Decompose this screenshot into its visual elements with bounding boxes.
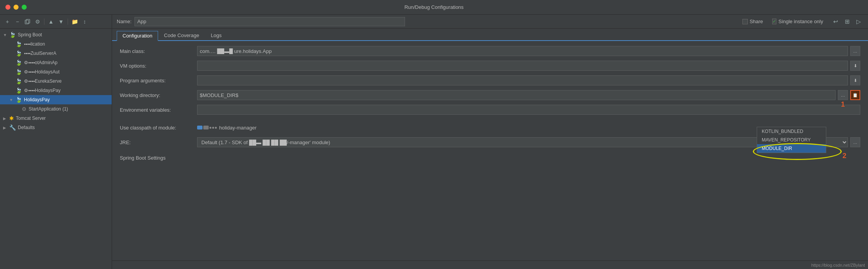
layout-icon[interactable]: ⊞	[842, 17, 852, 26]
sidebar-item-label: ⚙▪▪▪▪otAdminAp	[24, 60, 58, 65]
move-down-button[interactable]: ▼	[57, 17, 65, 26]
sidebar-item-app[interactable]: ▼ 🍃 HolidaysPay	[0, 95, 112, 104]
spring-config-icon: 🍃	[15, 78, 22, 84]
sidebar-item-label: ▪▪▪▪ZuulServerA	[24, 51, 56, 56]
name-input[interactable]	[134, 17, 405, 26]
classpath-module-name: holiday-manager	[219, 125, 257, 131]
classpath-label: Use classpath of module:	[120, 125, 197, 131]
share-checkbox[interactable]	[742, 19, 748, 24]
expand-icon: ▼	[9, 98, 15, 102]
program-args-label: Program arguments:	[120, 78, 197, 83]
program-args-input-wrapper: ⬇	[197, 75, 860, 85]
spring-settings-row: Spring Boot Settings	[120, 152, 860, 162]
working-dir-special-button[interactable]: 📋	[850, 90, 860, 100]
dropdown-item-kotlin[interactable]: KOTLIN_BUNDLED	[757, 127, 826, 136]
classpath-row: Use classpath of module: holiday-manager	[120, 122, 860, 133]
vm-options-expand-button[interactable]: ⬇	[850, 61, 860, 71]
window-title: Run/Debug Configurations	[404, 4, 463, 10]
add-config-button[interactable]: +	[3, 17, 12, 26]
working-dir-label: Working directory:	[120, 92, 197, 98]
maximize-button[interactable]	[22, 5, 27, 10]
single-instance-checkbox[interactable]: ✓	[772, 19, 776, 24]
config-icon: ⚙	[22, 106, 27, 112]
content-area: Name: Share ✓ Single instance only ↩ ⊞ ▷…	[112, 15, 868, 269]
defaults-icon: 🔧	[9, 124, 16, 131]
classpath-icon-2	[203, 126, 209, 129]
single-instance-label: Single instance only	[778, 19, 823, 24]
main-class-input[interactable]	[197, 46, 848, 56]
bottom-bar: https://blog.csdn.net/ZBylant	[112, 260, 868, 269]
working-dir-browse-button[interactable]: …	[838, 90, 848, 100]
main-class-row: Main class: …	[120, 46, 860, 56]
sidebar-item-holidays-pay[interactable]: 🍃 ⚙▪▪▪▪HolidaysPay	[0, 86, 112, 95]
classpath-dot-3	[215, 127, 217, 129]
main-class-label: Main class:	[120, 48, 197, 54]
dropdown-item-maven[interactable]: MAVEN_REPOSITORY	[757, 136, 826, 144]
sidebar-item-boot-admin[interactable]: 🍃 ⚙▪▪▪▪otAdminAp	[0, 58, 112, 67]
undo-icon[interactable]: ↩	[831, 17, 840, 26]
more-icon[interactable]: ▷	[854, 17, 863, 26]
share-section: Share	[742, 19, 763, 24]
sort-button[interactable]: ↕	[80, 17, 89, 26]
single-instance-section: ✓ Single instance only	[772, 19, 823, 24]
sidebar-item-tomcat-server[interactable]: ▶ ✱ Tomcat Server	[0, 114, 112, 123]
working-dir-input[interactable]	[197, 90, 836, 100]
sidebar-item-label: HolidaysPay	[24, 97, 50, 102]
badge-1: 1	[841, 100, 845, 109]
sidebar-item-application[interactable]: 🍃 ▪▪▪▪lication	[0, 39, 112, 49]
remove-config-button[interactable]: −	[13, 17, 22, 26]
jre-browse-button[interactable]: …	[850, 137, 860, 147]
spring-config-icon: 🍃	[15, 87, 22, 94]
sidebar-item-label: ⚙▪▪▪▪EurekaServe	[24, 78, 61, 84]
vm-options-input[interactable]	[197, 61, 848, 71]
config-options-button[interactable]: ⚙	[33, 17, 42, 26]
minimize-button[interactable]	[14, 5, 19, 10]
sidebar-item-defaults[interactable]: ▶ 🔧 Defaults	[0, 123, 112, 132]
sidebar-item-label: ▪▪▪▪lication	[24, 41, 45, 47]
spring-config-icon: 🍃	[15, 50, 22, 56]
spring-config-icon: 🍃	[15, 60, 22, 66]
close-button[interactable]	[5, 5, 10, 10]
vm-options-label: VM options:	[120, 63, 197, 69]
url-text: https://blog.csdn.net/ZBylant	[811, 263, 865, 267]
vm-options-row: VM options: ⬇	[120, 60, 860, 71]
sidebar: + − ⚙ ▲ ▼ 📁 ↕ ▼ 🍃 Spring Boot	[0, 15, 112, 269]
form-area: Main class: … VM options: ⬇ Program argu…	[112, 41, 868, 260]
sidebar-item-zuul[interactable]: 🍃 ▪▪▪▪ZuulServerA	[0, 49, 112, 58]
move-up-button[interactable]: ▲	[47, 17, 55, 26]
folder-button[interactable]: 📁	[70, 17, 79, 26]
expand-icon: ▼	[3, 33, 9, 37]
program-args-row: Program arguments: ⬇	[120, 75, 860, 86]
right-toolbar-icons: ↩ ⊞ ▷	[831, 17, 863, 26]
tab-configuration[interactable]: Configuration	[117, 31, 158, 41]
sidebar-item-label: Spring Boot	[18, 32, 42, 37]
sidebar-item-label: ⚙▪▪▪▪HolidaysPay	[24, 88, 61, 93]
classpath-icons	[197, 126, 217, 129]
env-vars-input-wrapper	[197, 105, 860, 115]
sidebar-toolbar: + − ⚙ ▲ ▼ 📁 ↕	[0, 15, 112, 29]
sidebar-item-label: StartApplication (1)	[29, 106, 68, 112]
sidebar-item-start-application[interactable]: ⚙ StartApplication (1)	[0, 104, 112, 114]
copy-config-button[interactable]	[23, 17, 32, 26]
main-class-browse-button[interactable]: …	[850, 46, 860, 56]
sidebar-item-spring-boot[interactable]: ▼ 🍃 Spring Boot	[0, 30, 112, 39]
expand-icon: ▶	[3, 116, 9, 121]
classpath-dot-2	[212, 127, 214, 129]
tab-logs[interactable]: Logs	[205, 30, 227, 40]
env-vars-input[interactable]	[197, 105, 860, 115]
program-args-input[interactable]	[197, 75, 848, 85]
sidebar-item-eureka[interactable]: 🍃 ⚙▪▪▪▪EurekaServe	[0, 77, 112, 86]
env-vars-label: Environment variables:	[120, 107, 197, 113]
tab-code-coverage[interactable]: Code Coverage	[158, 30, 205, 40]
program-args-expand-button[interactable]: ⬇	[850, 75, 860, 85]
tabs-bar: Configuration Code Coverage Logs	[112, 29, 868, 41]
name-label: Name:	[117, 19, 131, 24]
sidebar-item-label: Defaults	[18, 125, 35, 130]
jre-row: JRE: Default (1.7 - SDK of ██▬ ██ ██ ██/…	[120, 137, 860, 148]
jre-select[interactable]: Default (1.7 - SDK of ██▬ ██ ██ ██/-mana…	[197, 137, 848, 147]
dropdown-item-module-dir[interactable]: MODULE_DIR	[757, 144, 826, 153]
sidebar-item-holidays-auth[interactable]: 🍃 ⚙▪▪▪▪HolidaysAut	[0, 67, 112, 77]
sidebar-item-label: ⚙▪▪▪▪HolidaysAut	[24, 69, 60, 75]
spring-settings-heading: Spring Boot Settings	[120, 152, 166, 162]
toolbar-separator	[44, 19, 44, 25]
